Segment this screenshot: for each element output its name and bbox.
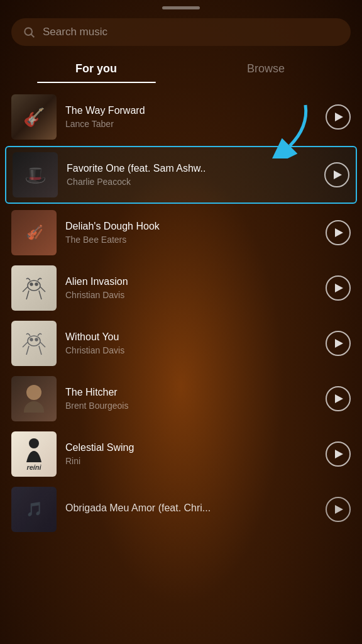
svg-point-9 [35, 283, 38, 286]
dog-sketch2-icon [18, 327, 50, 360]
silhouette-icon [24, 437, 44, 462]
search-icon [23, 26, 35, 38]
svg-line-14 [39, 346, 41, 355]
song-title: Deliah's Dough Hook [65, 221, 317, 232]
search-bar[interactable]: Search music [11, 18, 351, 46]
song-title: Favorite One (feat. Sam Ashw.. [67, 163, 315, 174]
play-button[interactable] [326, 275, 351, 301]
song-artist: Christian Davis [65, 345, 317, 355]
album-art [11, 376, 57, 421]
play-icon [335, 284, 343, 292]
list-item[interactable]: Without You Christian Davis [0, 316, 362, 371]
svg-line-1 [31, 35, 35, 38]
rini-art: reíni [24, 437, 44, 471]
svg-line-13 [26, 346, 29, 355]
play-button[interactable] [326, 497, 351, 522]
song-artist: Christian Davis [65, 290, 317, 300]
play-button[interactable] [326, 386, 351, 411]
search-bar-container: Search music [0, 13, 362, 56]
play-button[interactable] [326, 220, 351, 245]
rini-label: reíni [26, 464, 41, 471]
song-artist: The Bee Eaters [65, 235, 317, 245]
highlighted-song-wrapper: 🎩 Favorite One (feat. Sam Ashw.. Charlie… [0, 146, 362, 204]
list-item[interactable]: 🎵 Obrigada Meu Amor (feat. Chri... [0, 482, 362, 537]
tabs-container: For you Browse [0, 56, 362, 83]
head-shape [26, 385, 41, 400]
song-info: Obrigada Meu Amor (feat. Chri... [65, 502, 317, 516]
song-info: Favorite One (feat. Sam Ashw.. Charlie P… [67, 163, 315, 187]
song-title: The Hitcher [65, 387, 317, 398]
play-icon [335, 394, 343, 403]
music-icon: 🎵 [26, 501, 43, 518]
album-art [11, 265, 57, 311]
play-button[interactable] [324, 162, 349, 187]
svg-point-8 [30, 283, 33, 286]
album-art: 🎩 [13, 152, 58, 197]
song-info: Deliah's Dough Hook The Bee Eaters [65, 221, 317, 245]
guitar-icon: 🎸 [23, 107, 45, 128]
play-icon [335, 450, 343, 458]
svg-line-7 [39, 291, 41, 299]
svg-line-5 [40, 287, 45, 292]
play-icon [335, 339, 343, 348]
body-shape [24, 401, 44, 413]
svg-point-10 [28, 336, 40, 346]
album-art: 🎻 [11, 210, 57, 255]
album-art: 🎵 [11, 487, 57, 532]
list-item[interactable]: 🎩 Favorite One (feat. Sam Ashw.. Charlie… [5, 146, 357, 204]
list-item[interactable]: reíni Celestial Swing Rini [0, 426, 362, 482]
list-item[interactable]: The Hitcher Brent Bourgeois [0, 371, 362, 426]
song-info: Without You Christian Davis [65, 331, 317, 355]
play-button[interactable] [326, 441, 351, 467]
list-item[interactable]: 🎻 Deliah's Dough Hook The Bee Eaters [0, 205, 362, 260]
album-art [11, 321, 57, 366]
tab-for-you[interactable]: For you [11, 56, 181, 83]
song-title: Celestial Swing [65, 442, 317, 453]
tab-browse[interactable]: Browse [181, 56, 351, 83]
song-artist: Charlie Peacock [67, 177, 315, 187]
song-info: Celestial Swing Rini [65, 442, 317, 466]
song-list: 🎸 The Way Forward Lance Taber 🎩 [0, 87, 362, 540]
musicians-icon: 🎻 [26, 225, 43, 241]
svg-point-17 [29, 438, 39, 448]
album-art: 🎸 [11, 94, 57, 140]
list-item[interactable]: Alien Invasion Christian Davis [0, 260, 362, 316]
song-info: The Way Forward Lance Taber [65, 105, 317, 129]
play-icon [335, 113, 343, 121]
play-button[interactable] [326, 331, 351, 356]
album-art: reíni [11, 431, 57, 477]
person-icon: 🎩 [25, 165, 47, 186]
song-artist: Lance Taber [65, 119, 317, 129]
play-icon [335, 505, 343, 514]
song-info: The Hitcher Brent Bourgeois [65, 387, 317, 411]
play-icon [335, 228, 343, 237]
svg-point-15 [30, 338, 33, 341]
song-title: The Way Forward [65, 105, 317, 116]
song-artist: Brent Bourgeois [65, 401, 317, 411]
play-button[interactable] [326, 104, 351, 130]
song-title: Alien Invasion [65, 276, 317, 287]
svg-point-3 [28, 280, 40, 291]
svg-line-4 [23, 287, 28, 292]
list-item[interactable]: 🎸 The Way Forward Lance Taber [0, 89, 362, 145]
svg-line-12 [40, 342, 45, 347]
search-placeholder: Search music [43, 26, 339, 38]
svg-point-0 [25, 28, 32, 35]
status-bar [0, 0, 362, 13]
status-pill [162, 6, 200, 9]
song-title: Obrigada Meu Amor (feat. Chri... [65, 502, 317, 514]
play-icon [334, 170, 342, 179]
dog-sketch-icon [18, 272, 50, 304]
song-title: Without You [65, 331, 317, 343]
svg-line-11 [23, 342, 28, 347]
song-artist: Rini [65, 456, 317, 466]
svg-line-6 [26, 291, 29, 299]
svg-point-16 [35, 338, 38, 341]
song-info: Alien Invasion Christian Davis [65, 276, 317, 300]
face-art [24, 385, 44, 413]
